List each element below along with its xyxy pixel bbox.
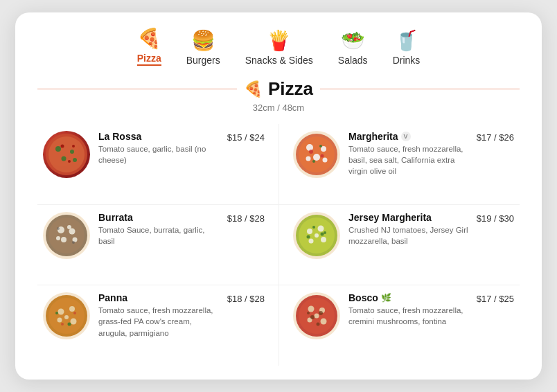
item-info-bosco: Bosco 🌿 Tomato sauce, fresh mozzarella, … <box>348 292 468 327</box>
svg-point-14 <box>306 157 311 161</box>
svg-point-18 <box>312 160 315 163</box>
section-subtitle: 32cm / 48cm <box>37 103 520 113</box>
item-desc-margherita: Tomato sauce, fresh mozzarella, basil, s… <box>348 143 468 177</box>
item-desc-burrata: Tomato Sauce, burrata, garlic, basil <box>98 224 219 247</box>
svg-point-47 <box>64 315 69 319</box>
item-info-panna: Panna Tomato sauce, fresh mozzarella, gr… <box>98 292 219 338</box>
pizza-nav-icon: 🍕 <box>137 29 161 48</box>
svg-point-51 <box>61 323 64 326</box>
margherita-badge: V <box>401 132 411 141</box>
menu-item-jersey-margherita: Jersey Margherita Crushed NJ tomatoes, J… <box>278 205 520 286</box>
svg-point-49 <box>55 312 58 314</box>
nav-item-pizza[interactable]: 🍕 Pizza <box>137 29 161 66</box>
section-pizza-icon: 🍕 <box>244 80 263 98</box>
svg-point-4 <box>62 157 67 161</box>
pizza-image-la-rossa <box>43 131 90 178</box>
svg-point-56 <box>321 319 327 325</box>
svg-point-40 <box>324 231 326 234</box>
item-name-panna: Panna <box>98 292 219 303</box>
svg-point-28 <box>57 227 60 230</box>
item-price-panna: $18 / $28 <box>227 292 265 304</box>
item-info-burrata: Burrata Tomato Sauce, burrata, garlic, b… <box>98 212 219 247</box>
svg-point-15 <box>323 158 328 163</box>
item-desc-panna: Tomato sauce, fresh mozzarella, grass-fe… <box>98 305 219 338</box>
svg-point-5 <box>73 158 77 162</box>
section-header: 🍕 Pizza <box>37 78 520 100</box>
menu-item-panna: Panna Tomato sauce, fresh mozzarella, gr… <box>37 285 278 366</box>
item-name-bosco: Bosco 🌿 <box>348 292 468 303</box>
svg-point-26 <box>56 236 60 240</box>
item-desc-jersey-margherita: Crushed NJ tomatoes, Jersey Girl mozzare… <box>348 224 468 247</box>
svg-point-3 <box>70 150 74 154</box>
svg-point-2 <box>55 146 61 152</box>
burgers-nav-label: Burgers <box>186 55 220 66</box>
svg-point-62 <box>307 312 310 314</box>
bosco-leaf-icon: 🌿 <box>381 293 391 303</box>
item-name-burrata: Burrata <box>98 212 219 223</box>
svg-point-27 <box>67 225 71 229</box>
svg-point-43 <box>58 309 64 315</box>
svg-point-50 <box>73 312 76 314</box>
svg-point-7 <box>72 145 75 148</box>
drinks-nav-icon: 🥤 <box>394 31 418 51</box>
svg-point-45 <box>71 319 77 325</box>
menu-item-margherita: Margherita V Tomato sauce, fresh mozzare… <box>278 124 520 205</box>
item-desc-la-rossa: Tomato sauce, garlic, basil (no cheese) <box>98 143 219 166</box>
svg-point-46 <box>58 318 62 323</box>
nav-item-salads[interactable]: 🥗 Salads <box>338 31 368 66</box>
svg-point-32 <box>307 229 312 234</box>
snacks-nav-icon: 🍟 <box>267 31 291 51</box>
svg-point-59 <box>310 315 315 319</box>
menu-card: 🍕 Pizza 🍔 Burgers 🍟 Snacks & Sides 🥗 Sal… <box>15 12 542 380</box>
svg-point-21 <box>48 217 85 253</box>
pizza-image-jersey-margherita <box>293 212 340 259</box>
svg-point-33 <box>318 225 324 231</box>
svg-point-19 <box>319 145 322 148</box>
nav-item-drinks[interactable]: 🥤 Drinks <box>393 31 421 66</box>
category-nav: 🍕 Pizza 🍔 Burgers 🍟 Snacks & Sides 🥗 Sal… <box>37 29 520 66</box>
menu-grid: La Rossa Tomato sauce, garlic, basil (no… <box>37 124 520 366</box>
pizza-image-panna <box>43 292 90 339</box>
drinks-nav-label: Drinks <box>393 55 421 66</box>
svg-point-58 <box>315 314 319 319</box>
section-title-text: Pizza <box>268 78 313 100</box>
svg-point-38 <box>321 232 324 235</box>
menu-item-la-rossa: La Rossa Tomato sauce, garlic, basil (no… <box>37 124 278 205</box>
menu-item-burrata: Burrata Tomato Sauce, burrata, garlic, b… <box>37 205 278 286</box>
svg-point-39 <box>312 226 315 229</box>
item-name-margherita: Margherita V <box>348 131 468 142</box>
item-name-jersey-margherita: Jersey Margherita <box>348 212 468 223</box>
item-price-jersey-margherita: $19 / $30 <box>477 212 514 224</box>
svg-point-29 <box>72 241 75 244</box>
header-line-left <box>37 89 237 90</box>
svg-point-36 <box>315 233 319 238</box>
svg-point-13 <box>313 154 320 161</box>
item-name-la-rossa: La Rossa <box>98 131 219 142</box>
item-price-burrata: $18 / $28 <box>227 212 265 224</box>
salads-nav-label: Salads <box>338 55 368 66</box>
pizza-image-bosco <box>293 292 340 339</box>
pizza-image-burrata <box>43 212 90 259</box>
nav-item-snacks[interactable]: 🍟 Snacks & Sides <box>245 31 313 66</box>
svg-point-17 <box>321 154 324 158</box>
svg-point-44 <box>69 306 75 312</box>
item-price-la-rossa: $15 / $24 <box>227 131 265 143</box>
svg-point-37 <box>307 235 310 238</box>
pizza-image-margherita <box>293 131 340 178</box>
svg-point-8 <box>68 160 71 163</box>
svg-point-34 <box>321 237 326 242</box>
item-price-bosco: $17 / $25 <box>477 292 514 304</box>
item-desc-bosco: Tomato sauce, fresh mozzarella, cremini … <box>348 305 468 327</box>
svg-point-35 <box>309 238 314 243</box>
svg-point-16 <box>309 150 313 154</box>
item-price-margherita: $17 / $26 <box>477 131 514 143</box>
menu-item-bosco: Bosco 🌿 Tomato sauce, fresh mozzarella, … <box>278 285 520 366</box>
svg-point-24 <box>61 237 67 242</box>
svg-point-60 <box>319 311 323 315</box>
salads-nav-icon: 🥗 <box>341 31 365 51</box>
burgers-nav-icon: 🍔 <box>191 31 215 51</box>
item-info-margherita: Margherita V Tomato sauce, fresh mozzare… <box>348 131 468 177</box>
header-line-right <box>320 89 520 90</box>
nav-item-burgers[interactable]: 🍔 Burgers <box>186 31 220 66</box>
svg-point-6 <box>61 145 64 148</box>
